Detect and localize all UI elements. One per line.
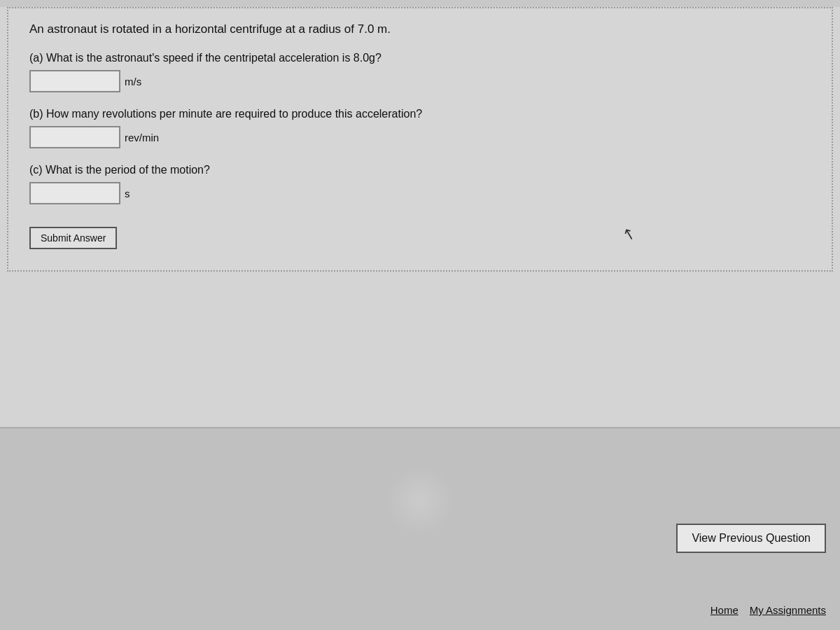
part-b-input-row: rev/min [29, 126, 811, 148]
footer-links: Home My Assignments [710, 604, 826, 616]
question-area: An astronaut is rotated in a horizontal … [7, 7, 833, 272]
view-previous-question-button[interactable]: View Previous Question [676, 524, 826, 553]
lower-section: View Previous Question Home My Assignmen… [0, 427, 840, 630]
part-b-input[interactable] [29, 126, 120, 148]
problem-statement: An astronaut is rotated in a horizontal … [29, 22, 811, 36]
part-c-unit: s [125, 188, 130, 200]
part-a-input-row: m/s [29, 70, 811, 92]
part-b-label: (b) How many revolutions per minute are … [29, 108, 811, 120]
home-link[interactable]: Home [710, 604, 738, 616]
part-c-input-row: s [29, 182, 811, 204]
submit-answer-button[interactable]: Submit Answer [29, 227, 117, 249]
ripple-decoration [350, 472, 490, 528]
my-assignments-link[interactable]: My Assignments [750, 604, 826, 616]
main-content: An astronaut is rotated in a horizontal … [0, 7, 840, 630]
bottom-buttons-area: View Previous Question [676, 524, 826, 553]
part-a-input[interactable] [29, 70, 120, 92]
part-c-label: (c) What is the period of the motion? [29, 164, 811, 176]
part-c-input[interactable] [29, 182, 120, 204]
part-b-unit: rev/min [125, 132, 159, 144]
cursor-arrow-icon: ↖ [621, 224, 638, 245]
part-a-label: (a) What is the astronaut's speed if the… [29, 52, 811, 64]
part-a-unit: m/s [125, 76, 141, 88]
